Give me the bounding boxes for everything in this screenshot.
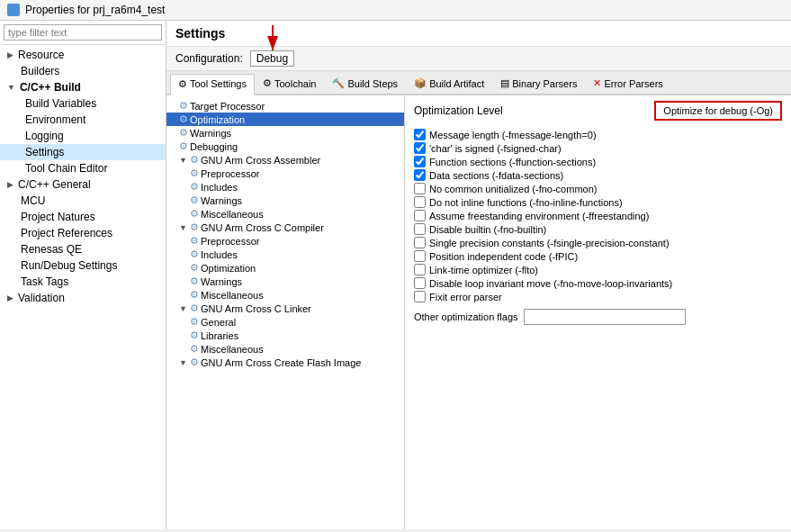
tp-gnu-c-linker[interactable]: ▼ ⚙ GNU Arm Cross C Linker [166,302,404,315]
expand-arrow: ▼ [179,304,187,313]
checkbox-char-signed-input[interactable] [414,142,426,154]
tp-warnings2[interactable]: ⚙ Warnings [166,275,404,288]
tab-icon: ⚙ [178,78,187,90]
tp-label: Optimization [190,114,245,125]
tp-label: GNU Arm Cross C Compiler [201,222,324,233]
tab-tool-settings[interactable]: ⚙ Tool Settings [170,74,255,95]
right-panel: Settings Configuration: Debug ⚙ [166,21,791,529]
gear-icon: ⚙ [190,194,199,206]
checkbox-lto-input[interactable] [414,264,426,275]
tab-bar: ⚙ Tool Settings ⚙ Toolchain 🔨 Build Step… [166,71,791,95]
checkbox-no-loop-inv-input[interactable] [414,277,426,289]
tp-label: Includes [201,249,238,260]
sidebar-item-resource[interactable]: ▶ Resource [0,47,166,63]
sidebar-item-label: Renesas QE [21,243,82,256]
tp-optimization[interactable]: ⚙ Optimization [166,113,404,126]
checkbox-no-common-input[interactable] [414,183,426,194]
tab-toolchain[interactable]: ⚙ Toolchain [255,73,324,94]
tp-miscellaneous3[interactable]: ⚙ Miscellaneous [166,342,404,356]
sidebar-item-mcu[interactable]: MCU [0,193,166,209]
expand-arrow: ▼ [179,156,187,165]
tab-icon: ⚙ [263,77,272,89]
sidebar-item-settings[interactable]: Settings [0,144,166,160]
checkbox-no-inline-label: Do not inline functions (-fno-inline-fun… [429,197,623,208]
tp-target-processor[interactable]: ⚙ Target Processor [166,99,404,113]
tab-error-parsers[interactable]: ✕ Error Parsers [585,73,670,94]
opt-title: Optimization Level [414,104,503,117]
tp-label: Warnings [190,128,231,139]
sidebar-item-label: Project Natures [21,211,95,223]
sidebar-item-label: Task Tags [21,275,68,288]
checkbox-pic-input[interactable] [414,250,426,262]
gear-icon: ⚙ [190,167,199,179]
tab-icon: ✕ [593,77,601,89]
tp-gnu-assembler[interactable]: ▼ ⚙ GNU Arm Cross Assembler [166,153,404,167]
sidebar-item-label: Run/Debug Settings [21,259,117,272]
sidebar-item-label: C/C++ General [18,178,91,191]
sidebar-item-project-natures[interactable]: Project Natures [0,209,166,225]
filter-input[interactable] [4,24,162,41]
checkbox-data-sections-input[interactable] [414,169,426,181]
tp-includes2[interactable]: ⚙ Includes [166,248,404,261]
tp-gnu-flash[interactable]: ▼ ⚙ GNU Arm Cross Create Flash Image [166,356,404,369]
tp-debugging[interactable]: ⚙ Debugging [166,140,404,153]
checkbox-char-signed-label: 'char' is signed (-fsigned-char) [429,143,562,154]
sidebar-item-cpp-general[interactable]: ▶ C/C++ General [0,176,166,193]
sidebar-item-label: Project References [21,227,112,239]
tab-label: Build Steps [347,78,398,89]
sidebar-item-logging[interactable]: Logging [0,128,166,144]
sidebar-item-build-variables[interactable]: Build Variables [0,95,166,112]
gear-icon: ⚙ [179,113,188,125]
checkbox-func-sections: Function sections (-ffunction-sections) [414,155,782,168]
title-bar-text: Properties for prj_ra6m4_test [25,4,165,16]
tp-general3[interactable]: ⚙ General [166,315,404,329]
tab-binary-parsers[interactable]: ▤ Binary Parsers [492,73,585,94]
sidebar-item-label: C/C++ Build [20,81,81,94]
gear-icon: ⚙ [179,127,188,139]
tp-warnings[interactable]: ⚙ Warnings [166,126,404,140]
sidebar-item-toolchain-editor[interactable]: Tool Chain Editor [0,160,166,176]
optimize-for-debug-button[interactable]: Optimize for debug (-Og) [654,101,782,121]
sidebar-item-cpp-build[interactable]: ▼ C/C++ Build [0,79,166,95]
checkbox-func-sections-input[interactable] [414,156,426,167]
checkbox-single-precision-input[interactable] [414,237,426,248]
checkbox-fix-error-input[interactable] [414,291,426,302]
checkbox-freestanding-input[interactable] [414,210,426,221]
tp-libraries3[interactable]: ⚙ Libraries [166,329,404,342]
tp-gnu-c-compiler[interactable]: ▼ ⚙ GNU Arm Cross C Compiler [166,221,404,234]
checkbox-func-sections-label: Function sections (-ffunction-sections) [429,157,596,167]
sidebar-item-run-debug[interactable]: Run/Debug Settings [0,257,166,274]
tp-miscellaneous2[interactable]: ⚙ Miscellaneous [166,288,404,302]
sidebar-item-environment[interactable]: Environment [0,112,166,128]
tab-build-artifact[interactable]: 📦 Build Artifact [406,73,492,94]
tp-optimization2[interactable]: ⚙ Optimization [166,261,404,275]
checkbox-no-builtin-input[interactable] [414,223,426,235]
tp-preprocessor2[interactable]: ⚙ Preprocessor [166,234,404,248]
tp-warnings1[interactable]: ⚙ Warnings [166,194,404,207]
checkbox-no-inline-input[interactable] [414,196,426,208]
sidebar-item-task-tags[interactable]: Task Tags [0,274,166,290]
checkbox-no-common-label: No common unitialized (-fno-common) [429,184,597,194]
tab-icon: ▤ [500,77,509,89]
sidebar-item-label: Tool Chain Editor [25,162,107,175]
tp-miscellaneous1[interactable]: ⚙ Miscellaneous [166,207,404,221]
sidebar-item-builders[interactable]: Builders [0,63,166,79]
opt-header: Optimization Level Optimize for debug (-… [414,101,782,121]
checkbox-msg-length-input[interactable] [414,129,426,140]
tab-build-steps[interactable]: 🔨 Build Steps [324,73,406,94]
expand-arrow: ▼ [179,358,187,367]
tp-label: Warnings [201,195,242,206]
tab-label: Binary Parsers [512,78,577,89]
sidebar-item-validation[interactable]: ▶ Validation [0,290,166,306]
tp-includes1[interactable]: ⚙ Includes [166,180,404,194]
checkbox-msg-length: Message length (-fmessage-length=0) [414,128,782,141]
tab-label: Error Parsers [604,78,662,89]
sidebar-item-project-references[interactable]: Project References [0,225,166,241]
sidebar-item-renesas-qe[interactable]: Renesas QE [0,241,166,257]
tp-preprocessor1[interactable]: ⚙ Preprocessor [166,167,404,180]
other-flags-input[interactable] [524,309,686,325]
expand-arrow: ▶ [7,180,13,189]
tab-icon: 📦 [414,77,427,89]
gear-icon: ⚙ [190,275,199,287]
tp-label: GNU Arm Cross C Linker [201,303,311,314]
